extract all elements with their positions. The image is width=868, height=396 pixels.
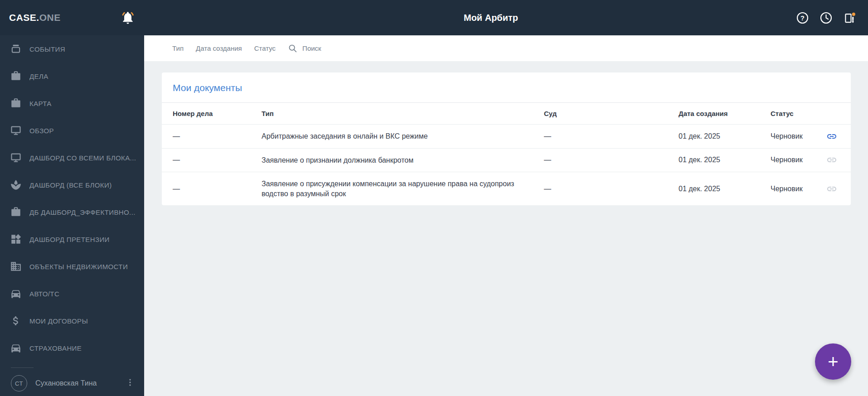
- link-button[interactable]: [813, 184, 851, 194]
- user-profile[interactable]: СТ Сухановская Тина: [0, 371, 144, 396]
- cell-court: —: [533, 126, 668, 147]
- cell-created: 01 дек. 2025: [668, 178, 760, 200]
- briefcase-icon: [11, 98, 20, 107]
- widgets-icon: [11, 234, 21, 244]
- main-content: Мои документы Номер дела Тип Суд Дата со…: [144, 61, 868, 396]
- cell-case-number: —: [162, 149, 251, 171]
- sidebar-item-label: ОБЪЕКТЫ НЕДВИЖИМОСТИ: [29, 263, 128, 270]
- sidebar-item-label: КАРТА: [29, 100, 52, 107]
- top-header: CASE.ONE Мой Арбитр ?: [0, 0, 868, 35]
- table-row[interactable]: — Арбитражные заседания в онлайн и ВКС р…: [162, 124, 851, 148]
- sidebar-item-label: ОБЗОР: [29, 127, 54, 135]
- col-created: Дата создания: [668, 103, 760, 124]
- sidebar-item-dashboard-claims[interactable]: ДАШБОРД ПРЕТЕНЗИИ: [0, 226, 144, 253]
- cell-court: —: [533, 178, 668, 200]
- sidebar-item-real-estate[interactable]: ОБЪЕКТЫ НЕДВИЖИМОСТИ: [0, 253, 144, 280]
- table-header: Номер дела Тип Суд Дата создания Статус: [162, 102, 851, 124]
- sidebar-item-label: ДАШБОРД СО ВСЕМИ БЛОКА...: [29, 154, 136, 162]
- cell-type: Арбитражные заседания в онлайн и ВКС реж…: [251, 125, 533, 148]
- sidebar-item-label: ДЕЛА: [29, 72, 48, 80]
- status-badge: Черновик: [760, 149, 813, 171]
- col-type: Тип: [251, 103, 533, 124]
- sidebar-item-label: ДАШБОРД (ВСЕ БЛОКИ): [29, 181, 112, 189]
- building-icon: [11, 262, 21, 271]
- case-one-app: CASE.ONE Мой Арбитр ?: [0, 0, 868, 396]
- sidebar-item-db-dashboard-efficiency[interactable]: ДБ ДАШБОРД_ЭФФЕКТИВНО...: [0, 198, 144, 226]
- cell-created: 01 дек. 2025: [668, 149, 760, 171]
- filter-bar: Тип Дата создания Статус Поиск: [144, 35, 868, 61]
- monitor-icon: [11, 154, 20, 162]
- sidebar-item-dashboard-all-blocks-2[interactable]: ДАШБОРД (ВСЕ БЛОКИ): [0, 171, 144, 198]
- header-actions: ?: [796, 0, 856, 35]
- link-button[interactable]: [813, 131, 851, 142]
- user-menu-kebab-icon[interactable]: [125, 377, 135, 389]
- status-badge: Черновик: [760, 178, 813, 200]
- logo-secondary: ONE: [39, 12, 61, 23]
- bell-icon[interactable]: [121, 10, 135, 25]
- cell-court: —: [533, 149, 668, 171]
- card-title: Мои документы: [162, 72, 851, 102]
- filter-type[interactable]: Тип: [172, 44, 184, 52]
- sidebar-item-label: АВТО/ТС: [29, 290, 59, 298]
- sidebar-item-auto[interactable]: АВТО/ТС: [0, 280, 144, 307]
- sidebar-divider: [11, 367, 34, 368]
- link-icon: [826, 184, 837, 194]
- link-icon: [826, 131, 837, 142]
- logo-primary: CASE.: [9, 12, 39, 23]
- search-icon: [288, 43, 297, 53]
- col-link: [813, 107, 851, 121]
- col-court: Суд: [533, 103, 668, 124]
- avatar: СТ: [11, 375, 27, 391]
- cell-type: Заявление о признании должника банкротом: [251, 149, 533, 172]
- col-status: Статус: [760, 103, 813, 124]
- my-documents-card: Мои документы Номер дела Тип Суд Дата со…: [162, 72, 851, 205]
- sidebar-item-label: СОБЫТИЯ: [29, 45, 65, 53]
- history-clock-icon[interactable]: [820, 11, 833, 24]
- sidebar: СОБЫТИЯ ДЕЛА КАРТА ОБЗОР ДАШБОРД СО ВСЕМ…: [0, 35, 144, 396]
- link-button[interactable]: [813, 155, 851, 165]
- spa-icon: [11, 180, 21, 190]
- search-control[interactable]: Поиск: [288, 43, 321, 53]
- link-icon: [826, 155, 837, 165]
- sidebar-item-label: МОИ ДОГОВОРЫ: [29, 317, 88, 325]
- car-icon: [11, 344, 20, 352]
- search-label: Поиск: [302, 44, 321, 52]
- help-icon[interactable]: ?: [796, 11, 809, 24]
- briefcase-icon: [11, 207, 20, 216]
- cell-created: 01 дек. 2025: [668, 126, 760, 147]
- col-case-number: Номер дела: [162, 103, 251, 124]
- sidebar-item-my-contracts[interactable]: МОИ ДОГОВОРЫ: [0, 307, 144, 334]
- events-tray-icon: [12, 45, 19, 53]
- filter-status[interactable]: Статус: [254, 44, 276, 52]
- sidebar-item-events[interactable]: СОБЫТИЯ: [0, 35, 144, 63]
- table-row[interactable]: — Заявление о присуждении компенсации за…: [162, 172, 851, 205]
- car-icon: [11, 290, 20, 298]
- filter-created-date[interactable]: Дата создания: [196, 44, 242, 52]
- sidebar-item-insurance[interactable]: СТРАХОВАНИЕ: [0, 334, 144, 362]
- briefcase-icon: [11, 71, 20, 80]
- sidebar-item-label: СТРАХОВАНИЕ: [29, 344, 82, 352]
- cell-type: Заявление о присуждении компенсации за н…: [251, 172, 533, 205]
- status-badge: Черновик: [760, 126, 813, 147]
- svg-text:?: ?: [800, 14, 805, 21]
- dollar-icon: [13, 316, 18, 325]
- sidebar-item-map[interactable]: КАРТА: [0, 90, 144, 117]
- table-row[interactable]: — Заявление о признании должника банкрот…: [162, 148, 851, 172]
- sidebar-nav: СОБЫТИЯ ДЕЛА КАРТА ОБЗОР ДАШБОРД СО ВСЕМ…: [0, 35, 144, 362]
- sidebar-item-overview[interactable]: ОБЗОР: [0, 117, 144, 144]
- page-title: Мой Арбитр: [464, 0, 518, 35]
- add-document-fab[interactable]: +: [815, 343, 851, 380]
- cell-case-number: —: [162, 126, 251, 147]
- monitor-icon: [11, 127, 20, 135]
- user-name: Сухановская Тина: [35, 379, 117, 387]
- caseone-logo: CASE.ONE: [9, 0, 61, 35]
- sidebar-item-dashboard-all-blocks-1[interactable]: ДАШБОРД СО ВСЕМИ БЛОКА...: [0, 144, 144, 171]
- panel-notification-icon[interactable]: [843, 11, 856, 24]
- cell-case-number: —: [162, 178, 251, 200]
- sidebar-item-label: ДАШБОРД ПРЕТЕНЗИИ: [29, 236, 110, 243]
- sidebar-item-label: ДБ ДАШБОРД_ЭФФЕКТИВНО...: [29, 208, 136, 216]
- sidebar-item-cases[interactable]: ДЕЛА: [0, 63, 144, 90]
